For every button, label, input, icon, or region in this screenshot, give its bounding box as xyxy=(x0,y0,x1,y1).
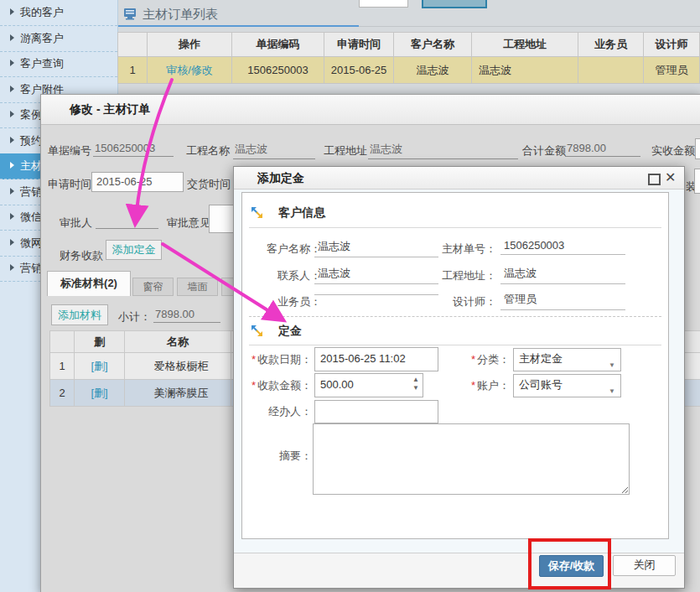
materials-header-name: 名称 xyxy=(125,330,231,353)
designer-label: 设计师： xyxy=(421,294,496,309)
account-select-value: 公司账号 xyxy=(519,378,563,391)
total-amount-label: 合计金额 xyxy=(522,143,566,158)
required-mark: * xyxy=(251,379,256,392)
project-addr-value: 温志波 xyxy=(368,142,518,159)
close-button[interactable]: 关闭 xyxy=(613,555,676,576)
project-address-label: 工程地址： xyxy=(421,268,496,283)
apply-date-label: 申请时间 xyxy=(48,177,91,192)
red-highlight-annotation xyxy=(528,538,611,589)
customer-name-label: 客户名称： xyxy=(246,241,321,257)
divider xyxy=(249,316,661,317)
order-row-code: 1506250003 xyxy=(232,57,324,84)
chevron-down-icon: ▼ xyxy=(609,356,615,376)
tab-curtain[interactable]: 窗帘 xyxy=(132,278,174,296)
col-header-date: 申请时间 xyxy=(324,32,394,57)
order-row-action-link[interactable]: 审核/修改 xyxy=(148,57,232,84)
expand-arrows-icon xyxy=(250,324,264,340)
col-header-address: 工程地址 xyxy=(472,32,578,57)
material-row-num: 1 xyxy=(49,353,75,380)
spinner-arrows-icon[interactable]: ▲▼ xyxy=(412,376,419,392)
required-mark: * xyxy=(251,353,256,366)
maximize-icon[interactable] xyxy=(648,174,661,185)
subtotal-label: 小计： xyxy=(118,309,151,325)
sidebar-item-customer-query[interactable]: 客户查询 xyxy=(0,51,117,77)
order-row-num: 1 xyxy=(117,57,148,84)
salesman-value xyxy=(314,292,438,295)
tab-standard-materials[interactable]: 标准材料(2) xyxy=(47,271,131,296)
project-name-label: 工程名称 xyxy=(186,143,230,158)
arrow-right-icon xyxy=(10,239,14,246)
orders-table: 操作 单据编码 申请时间 客户名称 工程地址 业务员 设计师 1 审核/修改 1… xyxy=(117,32,700,84)
account-select[interactable]: 公司账号▼ xyxy=(513,374,621,397)
divider xyxy=(249,344,661,345)
search-input[interactable] xyxy=(359,0,408,8)
col-header-code: 单据编码 xyxy=(232,32,324,57)
amount-input[interactable]: 500.00▲▼ xyxy=(314,373,423,397)
close-icon[interactable]: ✕ xyxy=(665,171,676,184)
arrow-right-icon xyxy=(10,137,14,143)
arrow-right-icon xyxy=(10,264,14,271)
edit-modal-title: 修改 - 主材订单 xyxy=(70,102,150,117)
sidebar-item-label: 我的客户 xyxy=(20,6,64,18)
add-material-button[interactable]: 添加材料 xyxy=(51,304,108,325)
project-addr-label: 工程地址 xyxy=(324,143,367,158)
doc-no-value: 1506250003 xyxy=(93,142,174,157)
total-amount-value: 7898.00 xyxy=(565,142,640,157)
approver-input[interactable] xyxy=(96,213,158,229)
deposit-section-title: 定金 xyxy=(278,324,302,339)
material-row-delete-link[interactable]: [删] xyxy=(75,353,125,380)
arrow-right-icon xyxy=(10,60,14,66)
app-root: 我的客户 游离客户 客户查询 客户附件 案例展 预约单 主材订 营销活 微信营 … xyxy=(0,0,700,592)
add-deposit-button[interactable]: 添加定金 xyxy=(106,240,162,260)
deliver-date-label: 交货时间 xyxy=(187,177,231,192)
handler-label: 经办人： xyxy=(242,404,312,419)
add-deposit-modal: 添加定金 ✕ 客户信息 客户名称： 温志波 主材单号： 1506250003 联… xyxy=(233,166,685,589)
monitor-icon xyxy=(124,8,137,23)
receipt-date-label: *收款日期： xyxy=(242,352,312,367)
handler-input[interactable] xyxy=(314,400,438,423)
approver-label: 审批人 xyxy=(60,216,92,231)
project-address-value: 温志波 xyxy=(500,266,625,284)
arrow-right-icon xyxy=(10,8,14,15)
approval-note-label: 审批意见 xyxy=(167,216,210,231)
designer-value: 管理员 xyxy=(500,292,625,310)
category-select[interactable]: 主材定金▼ xyxy=(513,348,621,371)
materials-header-del: 删 xyxy=(75,330,125,353)
sidebar-item-free-customers[interactable]: 游离客户 xyxy=(0,26,117,52)
arrow-right-icon xyxy=(10,162,14,169)
apply-date-input[interactable]: 2015-06-25 xyxy=(91,172,184,192)
material-order-no-label: 主材单号： xyxy=(421,241,496,257)
col-header-designer: 设计师 xyxy=(644,32,700,57)
amount-label: *收款金额： xyxy=(242,378,312,393)
sidebar-item-label: 游离客户 xyxy=(20,32,64,44)
material-row-name: 美澜蒂膜压 xyxy=(125,380,231,407)
received-amount-input[interactable]: 7 xyxy=(695,138,700,159)
title-underline xyxy=(117,25,359,27)
material-row-delete-link[interactable]: [删] xyxy=(75,380,125,407)
order-row-designer: 管理员 xyxy=(644,57,700,84)
search-button[interactable] xyxy=(422,0,487,8)
summary-textarea[interactable] xyxy=(313,423,630,495)
material-row-name: 爱格板橱柜 xyxy=(125,353,231,380)
contact-label: 联系人： xyxy=(246,268,321,283)
col-header-action: 操作 xyxy=(148,32,232,57)
category-label: *分类： xyxy=(434,352,510,367)
col-header-salesman: 业务员 xyxy=(578,32,644,57)
materials-header-num xyxy=(49,330,75,353)
sidebar-item-my-customers[interactable]: 我的客户 xyxy=(0,0,117,26)
material-row-num: 2 xyxy=(49,380,75,407)
arrow-right-icon xyxy=(10,188,14,195)
arrow-right-icon xyxy=(10,111,14,117)
chevron-down-icon: ▼ xyxy=(609,382,615,402)
received-amount-label: 实收金额 xyxy=(651,143,695,158)
col-header-num xyxy=(117,32,148,57)
amount-input-value: 500.00 xyxy=(320,378,354,391)
receipt-date-input[interactable]: 2015-06-25 11:02 xyxy=(314,347,438,371)
tab-wall[interactable]: 墙面 xyxy=(177,278,218,296)
customer-section-title: 客户信息 xyxy=(278,205,325,221)
summary-label: 摘要： xyxy=(242,449,312,464)
arrow-right-icon xyxy=(10,213,14,220)
orders-list-title: 主材订单列表 xyxy=(143,7,218,23)
edge-fragment-input[interactable] xyxy=(694,169,700,194)
required-mark: * xyxy=(471,379,475,392)
